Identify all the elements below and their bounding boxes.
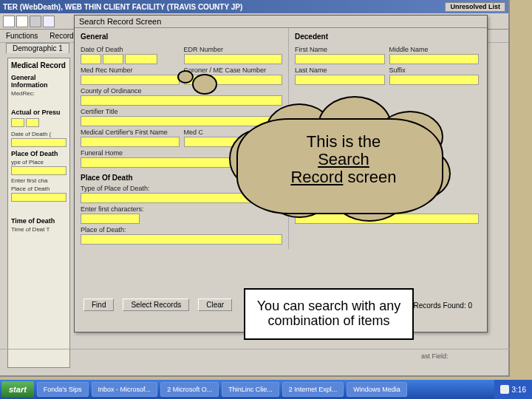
print-icon[interactable] — [30, 16, 41, 27]
cloud-tail-bubble-2 — [177, 70, 194, 83]
start-button[interactable]: start — [1, 381, 34, 398]
lbl-type-place: ype of Place — [11, 159, 66, 166]
last-name-field[interactable] — [295, 75, 385, 85]
app-bottombar: ast Field: — [0, 349, 510, 362]
select-records-button[interactable]: Select Records — [123, 299, 189, 311]
task-5[interactable]: 2 Internet Expl... — [282, 382, 344, 397]
task-1[interactable]: Fonda's Sips — [37, 382, 89, 397]
lbl-mc-fname: Medical Certifier's First Name — [81, 129, 180, 136]
pod-field[interactable] — [11, 193, 66, 202]
grp-decedent: Decedent — [295, 33, 479, 41]
dod-dd[interactable] — [103, 54, 123, 64]
cloud-tail-bubble-1 — [192, 74, 217, 95]
task-3[interactable]: 2 Microsoft O... — [160, 382, 219, 397]
clear-button[interactable]: Clear — [198, 299, 232, 311]
titlebar: TER (WebDeath), WEB THIN CLIENT FACILITY… — [0, 0, 508, 13]
sec-general-info: General Information — [11, 74, 66, 89]
dod-mm[interactable] — [81, 54, 101, 64]
lbl-dod: Date of Death ( — [11, 131, 66, 137]
task-4[interactable]: ThinLinc Clie... — [222, 382, 279, 397]
left-panel: Medical Record General Information MedRe… — [7, 58, 70, 368]
system-tray[interactable]: 3:16 — [494, 380, 532, 399]
lbl-pod: Place of Death — [11, 185, 66, 192]
menu-functions[interactable]: Functions — [6, 32, 38, 40]
suffix-field[interactable] — [389, 75, 480, 85]
taskbar: start Fonda's Sips Inbox - Microsof... 2… — [0, 380, 532, 399]
middle-name-field[interactable] — [389, 54, 480, 64]
slide-bg: TER (WebDeath), WEB THIN CLIENT FACILITY… — [0, 0, 532, 399]
tray-icon[interactable] — [500, 385, 509, 394]
caption-text: You can search with any combination of i… — [250, 299, 408, 329]
medrec-num-field[interactable] — [81, 75, 180, 85]
lbl-time: Time of Deat T — [11, 226, 66, 233]
tab-demographic-1[interactable]: Demographic 1 — [6, 43, 69, 53]
first-chars-field[interactable] — [81, 214, 140, 224]
lbl-suffix: Suffix — [389, 66, 480, 74]
tray-clock: 3:16 — [512, 386, 526, 394]
unresolved-list-button[interactable]: Unresolved List — [445, 2, 505, 12]
dod-field[interactable] — [11, 138, 66, 147]
lbl-coroner-case: Coroner / ME Case Number — [184, 66, 283, 74]
task-6[interactable]: Windows Media — [347, 382, 407, 397]
lbl-medrec: MedRec: — [11, 90, 66, 97]
lbl-last-name: Last Name — [295, 66, 385, 74]
toolbar-icon-4[interactable] — [43, 16, 55, 27]
sec-time: Time of Death — [11, 217, 66, 225]
grp-general: General — [81, 33, 282, 41]
mc-fname-field[interactable] — [81, 137, 180, 147]
toolbar-icon-2[interactable] — [16, 16, 28, 27]
caption-box: You can search with any combination of i… — [244, 288, 414, 340]
lbl-first-name: First Name — [295, 46, 385, 53]
cloud-text: This is the Search Record screen — [262, 133, 425, 187]
lbl-first-char: Enter first cha — [11, 177, 66, 184]
cloud-line-3a: Record — [290, 168, 343, 186]
edr-number-field[interactable] — [184, 54, 283, 64]
task-2[interactable]: Inbox - Microsof... — [92, 382, 158, 397]
dod-yyyy[interactable] — [125, 54, 157, 64]
pod-modal-field[interactable] — [81, 234, 282, 245]
start-label: start — [9, 385, 27, 394]
sec-actual: Actual or Presu — [11, 109, 66, 116]
date-mm[interactable] — [11, 118, 24, 127]
cloud-line-3b: screen — [343, 168, 396, 186]
modal-title: Search Record Screen — [75, 16, 487, 28]
cloud-callout: This is the Search Record screen — [222, 96, 458, 229]
cloud-line-1: This is the — [307, 132, 381, 151]
app-title: TER (WebDeath), WEB THIN CLIENT FACILITY… — [3, 3, 242, 11]
lbl-edr-number: EDR Number — [184, 46, 283, 53]
sec-place: Place Of Death — [11, 150, 66, 157]
first-name-field[interactable] — [295, 54, 385, 64]
lbl-date-of-death: Date Of Death — [81, 46, 180, 53]
ast-field-label: ast Field: — [421, 352, 449, 360]
toolbar-icon-1[interactable] — [3, 16, 15, 27]
lbl-middle-name: Middle Name — [389, 46, 480, 53]
lbl-county-ord: County of Ordinance — [81, 87, 282, 95]
find-button[interactable]: Find — [83, 299, 114, 311]
date-dd[interactable] — [26, 118, 39, 127]
lbl-medrec-num: Med Rec Number — [81, 66, 180, 74]
cloud-line-2: Search — [318, 150, 369, 168]
panel-title: Medical Record — [11, 61, 66, 69]
type-place-field[interactable] — [11, 166, 66, 175]
